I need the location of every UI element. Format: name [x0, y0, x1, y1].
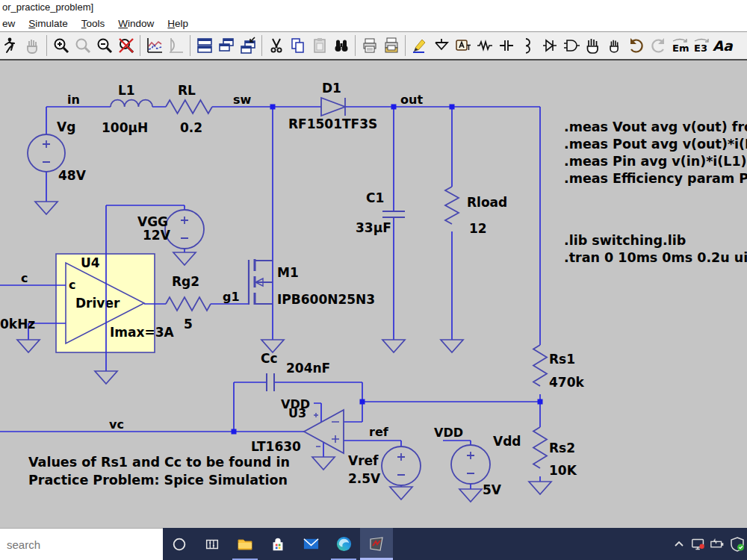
net-label-g1[interactable]: g1	[223, 290, 240, 304]
net-label-c[interactable]: c	[21, 271, 28, 285]
directive-meas-vout[interactable]: .meas Vout avg v(out) from	[564, 119, 747, 134]
task-view-button[interactable]	[196, 528, 229, 560]
menu-window[interactable]: Window	[111, 18, 161, 29]
net-label-icon	[454, 37, 472, 55]
net-label-freq[interactable]: 0kHz	[0, 317, 35, 332]
text-tool-button[interactable]: Aa	[712, 34, 734, 57]
component-vg[interactable]: Vg 48V	[28, 119, 87, 183]
component-cc[interactable]: Cc 204nF	[261, 351, 330, 391]
file-explorer-button[interactable]	[229, 528, 261, 560]
find-button[interactable]	[330, 34, 352, 57]
waveform-button[interactable]	[143, 34, 165, 57]
component-vdd[interactable]: Vdd 5V	[451, 434, 521, 497]
component-d1[interactable]: D1 RF1501TF3S	[288, 81, 377, 131]
component-rs2[interactable]: Rs2 10K	[533, 427, 577, 478]
schematic-canvas[interactable]: U4 c Driver Imax=3A Vg 48V	[0, 60, 747, 528]
zoom-out-button[interactable]	[93, 34, 115, 57]
svg-text:12: 12	[469, 221, 487, 236]
menu-tools[interactable]: Tools	[75, 18, 112, 29]
move-button[interactable]	[582, 34, 604, 57]
paste-icon	[311, 37, 329, 55]
cascade-windows-icon	[217, 37, 235, 55]
directive-meas-eff[interactable]: .meas Efficiency param Po	[564, 171, 747, 186]
component-button[interactable]	[560, 34, 582, 57]
tray-display-button[interactable]	[689, 528, 708, 560]
component-rload[interactable]: Rload 12	[445, 187, 507, 236]
component-l1[interactable]: L1 100µH	[102, 83, 152, 135]
zoom-back-button[interactable]	[72, 34, 93, 57]
menu-help[interactable]: Help	[161, 18, 195, 29]
zoom-in-button[interactable]	[50, 34, 72, 57]
directive-meas-pout[interactable]: .meas Pout avg v(out)*i(R	[564, 137, 747, 152]
net-label-sw[interactable]: sw	[233, 93, 252, 107]
pan-button[interactable]	[22, 34, 43, 57]
comment-line1[interactable]: Values of Rs1 and Cc to be found in	[28, 455, 290, 470]
paste-button[interactable]	[309, 34, 330, 57]
component-u3-opamp[interactable]: U3 LT1630	[251, 406, 344, 454]
tray-defender-button[interactable]	[728, 528, 747, 560]
mail-button[interactable]	[294, 528, 327, 560]
undo-button[interactable]	[625, 34, 647, 57]
svg-text:Vdd: Vdd	[493, 434, 521, 449]
comment-line2[interactable]: Practice Problem: Spice Simulation	[28, 473, 288, 488]
directive-tran[interactable]: .tran 0 10ms 0ms 0.2u uic	[564, 250, 747, 265]
cascade-windows-button[interactable]	[215, 34, 237, 57]
redo-button[interactable]	[647, 34, 669, 57]
zoom-extents-button[interactable]	[115, 34, 137, 57]
inductor-button[interactable]	[517, 34, 539, 57]
edge-button[interactable]	[327, 528, 360, 560]
draw-wire-button[interactable]	[409, 34, 430, 57]
net-label-button[interactable]	[452, 34, 474, 57]
component-rg2[interactable]: Rg2 5	[166, 274, 211, 332]
net-label-ref[interactable]: ref	[369, 425, 389, 439]
copy-icon	[289, 37, 307, 55]
print-setup-button[interactable]	[380, 34, 402, 57]
cut-button[interactable]	[265, 34, 287, 57]
svg-text:L1: L1	[118, 83, 135, 98]
menu-simulate[interactable]: Simulate	[22, 18, 75, 29]
logic-gate-icon	[562, 37, 580, 55]
component-rl[interactable]: RL 0.2	[166, 83, 212, 135]
component-u4-driver[interactable]: U4 c Driver Imax=3A	[56, 254, 175, 352]
directive-lib[interactable]: .lib switching.lib	[564, 233, 686, 248]
tray-battery-button[interactable]	[708, 528, 728, 560]
run-button[interactable]	[0, 34, 22, 57]
copy-button[interactable]	[287, 34, 309, 57]
search-input[interactable]	[0, 528, 163, 560]
menu-view[interactable]: ew	[0, 18, 22, 29]
net-label-in[interactable]: in	[67, 93, 80, 107]
resistor-button[interactable]	[474, 34, 495, 57]
svg-text:LT1630: LT1630	[251, 439, 301, 454]
cascade-new-button[interactable]	[237, 34, 258, 57]
svg-text:12V: 12V	[143, 228, 171, 243]
component-rs1[interactable]: Rs1 470k	[533, 345, 584, 390]
ltspice-button[interactable]	[360, 528, 393, 560]
directive-meas-pin[interactable]: .meas Pin avg v(in)*i(L1)	[564, 154, 747, 169]
net-label-vdd-src[interactable]: VDD	[434, 426, 463, 440]
drag-button[interactable]	[604, 34, 625, 57]
ground-button[interactable]	[430, 34, 452, 57]
net-label-out[interactable]: out	[400, 93, 423, 107]
net-label-vc[interactable]: vc	[109, 417, 124, 432]
net-label-vdd-opamp[interactable]: VDD	[281, 397, 310, 411]
toolbar-separator	[355, 35, 356, 56]
print-button[interactable]	[359, 34, 380, 57]
svg-text:RF1501TF3S: RF1501TF3S	[288, 116, 377, 131]
diode-button[interactable]	[539, 34, 560, 57]
edit-em-button[interactable]: Em	[669, 34, 690, 57]
capacitor-button[interactable]	[495, 34, 517, 57]
tile-windows-button[interactable]	[193, 34, 215, 57]
component-vref[interactable]: Vref 2.5V	[348, 447, 421, 486]
capacitor-icon	[498, 37, 515, 55]
component-c1[interactable]: C1 33µF	[356, 190, 405, 235]
edit-e3-button[interactable]: E3	[690, 34, 712, 57]
zoom-out-icon	[96, 37, 114, 55]
store-button[interactable]	[261, 528, 294, 560]
component-m1[interactable]: M1 IPB600N25N3	[249, 259, 375, 307]
fft-plot-button[interactable]	[165, 34, 187, 57]
cortana-button[interactable]	[163, 528, 196, 560]
tray-expand-button[interactable]	[669, 528, 689, 560]
cascade-new-icon	[239, 37, 257, 55]
spice-directives: .meas Vout avg v(out) from .meas Pout av…	[564, 119, 747, 265]
component-vgg[interactable]: VGG 12V	[137, 210, 204, 249]
